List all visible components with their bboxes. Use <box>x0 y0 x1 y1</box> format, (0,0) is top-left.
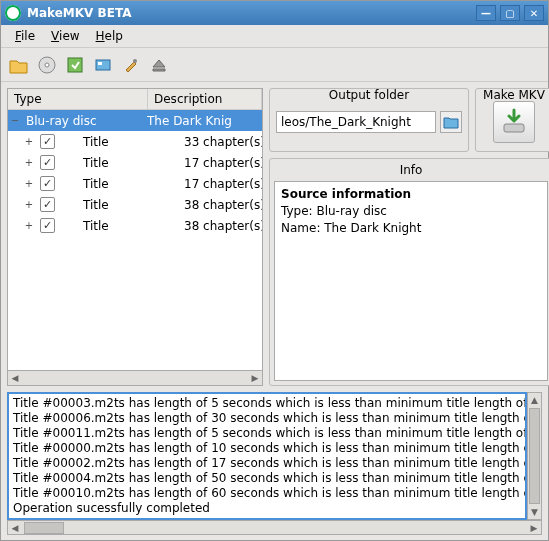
tree-hscroll[interactable]: ◀ ▶ <box>7 371 263 386</box>
svg-rect-2 <box>68 58 82 72</box>
scroll-down-icon[interactable]: ▼ <box>528 505 541 519</box>
tree-desc: 17 chapter(s) <box>184 177 262 191</box>
checkbox[interactable]: ✓ <box>40 197 55 212</box>
info-name-row: Name: The Dark Knight <box>281 220 541 237</box>
tree-label: Title <box>59 219 184 233</box>
left-panel: Type Description − Blu-ray disc The Dark… <box>7 88 263 386</box>
tree-row[interactable]: + ✓ Title 17 chapter(s) <box>8 173 262 194</box>
output-folder-input[interactable] <box>276 111 436 133</box>
settings-button[interactable] <box>119 53 143 77</box>
log-line: Title #00011.m2ts has length of 5 second… <box>13 426 521 441</box>
minimize-button[interactable]: — <box>476 5 496 21</box>
svg-point-5 <box>133 59 137 63</box>
log-line: Operation sucessfully completed <box>13 501 521 516</box>
folder-icon <box>443 115 459 129</box>
col-desc[interactable]: Description <box>148 89 262 109</box>
expand-icon[interactable]: + <box>22 220 36 231</box>
tree-row-root[interactable]: − Blu-ray disc The Dark Knig <box>8 110 262 131</box>
tree-row[interactable]: + ✓ Title 38 chapter(s) <box>8 215 262 236</box>
log-line: Title #00000.m2ts has length of 10 secon… <box>13 441 521 456</box>
info-legend: Info <box>274 163 548 181</box>
log-view[interactable]: Title #00003.m2ts has length of 5 second… <box>7 392 527 520</box>
tree-desc: 33 chapter(s) <box>184 135 262 149</box>
checkbox[interactable]: ✓ <box>40 155 55 170</box>
info-content: Source information Type: Blu-ray disc Na… <box>274 181 548 381</box>
tree-row[interactable]: + ✓ Title 17 chapter(s) <box>8 152 262 173</box>
window-title: MakeMKV BETA <box>27 6 472 20</box>
log-hscroll[interactable]: ◀ ▶ <box>7 520 542 535</box>
app-window: MakeMKV BETA — ▢ ✕ File View Help Type D… <box>0 0 549 541</box>
menubar: File View Help <box>1 25 548 48</box>
make-mkv-button[interactable] <box>493 101 535 143</box>
save-arrow-icon <box>500 108 528 136</box>
expand-icon[interactable]: + <box>22 199 36 210</box>
tree-desc: 38 chapter(s) <box>184 219 262 233</box>
tree-label: Title <box>59 198 184 212</box>
app-icon <box>5 5 21 21</box>
tree-desc: 38 chapter(s) <box>184 198 262 212</box>
right-panel: Output folder Make MKV <box>269 88 549 386</box>
expand-icon[interactable]: + <box>22 136 36 147</box>
svg-point-1 <box>45 63 49 67</box>
makemkv-legend: Make MKV <box>476 88 549 102</box>
svg-rect-4 <box>98 62 102 65</box>
output-legend: Output folder <box>270 88 468 102</box>
expand-icon[interactable]: + <box>22 157 36 168</box>
browse-folder-button[interactable] <box>440 111 462 133</box>
open-file-button[interactable] <box>7 53 31 77</box>
tree-desc: The Dark Knig <box>147 114 262 128</box>
log-vscroll[interactable]: ▲ ▼ <box>527 392 542 520</box>
checkbox[interactable]: ✓ <box>40 176 55 191</box>
expand-icon[interactable]: − <box>8 115 22 126</box>
toolbar <box>1 48 548 82</box>
tree-header: Type Description <box>8 89 262 110</box>
eject-button[interactable] <box>147 53 171 77</box>
svg-rect-6 <box>504 124 524 132</box>
main-area: Type Description − Blu-ray disc The Dark… <box>1 82 548 392</box>
scroll-thumb[interactable] <box>529 408 540 504</box>
log-line: Title #00003.m2ts has length of 5 second… <box>13 396 521 411</box>
output-folder-group: Output folder <box>269 88 469 152</box>
tree-label: Blu-ray disc <box>22 114 147 128</box>
tree-body: − Blu-ray disc The Dark Knig + ✓ Title 3… <box>8 110 262 370</box>
tree-row[interactable]: + ✓ Title 33 chapter(s) <box>8 131 262 152</box>
menu-view[interactable]: View <box>43 27 87 45</box>
scroll-thumb[interactable] <box>24 522 64 534</box>
scroll-right-icon[interactable]: ▶ <box>527 521 541 535</box>
scroll-up-icon[interactable]: ▲ <box>528 393 541 407</box>
maximize-button[interactable]: ▢ <box>500 5 520 21</box>
tree-label: Title <box>59 156 184 170</box>
log-line: Title #00004.m2ts has length of 50 secon… <box>13 471 521 486</box>
open-disc-button[interactable] <box>35 53 59 77</box>
title-tree[interactable]: Type Description − Blu-ray disc The Dark… <box>7 88 263 371</box>
col-type[interactable]: Type <box>8 89 148 109</box>
log-line: Title #00010.m2ts has length of 60 secon… <box>13 486 521 501</box>
source-info-title: Source information <box>281 186 541 203</box>
scroll-left-icon[interactable]: ◀ <box>8 521 22 535</box>
close-button[interactable]: ✕ <box>524 5 544 21</box>
log-line: Title #00006.m2ts has length of 30 secon… <box>13 411 521 426</box>
tree-desc: 17 chapter(s) <box>184 156 262 170</box>
tree-row[interactable]: + ✓ Title 38 chapter(s) <box>8 194 262 215</box>
checkbox[interactable]: ✓ <box>40 218 55 233</box>
checkbox[interactable]: ✓ <box>40 134 55 149</box>
scroll-right-icon[interactable]: ▶ <box>248 371 262 385</box>
menu-help[interactable]: Help <box>88 27 131 45</box>
log-panel: Title #00003.m2ts has length of 5 second… <box>1 392 548 540</box>
tree-label: Title <box>59 177 184 191</box>
save-button[interactable] <box>63 53 87 77</box>
titlebar[interactable]: MakeMKV BETA — ▢ ✕ <box>1 1 548 25</box>
backup-button[interactable] <box>91 53 115 77</box>
scroll-left-icon[interactable]: ◀ <box>8 371 22 385</box>
menu-file[interactable]: File <box>7 27 43 45</box>
info-type-row: Type: Blu-ray disc <box>281 203 541 220</box>
log-line: Title #00002.m2ts has length of 17 secon… <box>13 456 521 471</box>
tree-label: Title <box>59 135 184 149</box>
make-mkv-group: Make MKV <box>475 88 549 152</box>
info-group: Info Source information Type: Blu-ray di… <box>269 158 549 386</box>
expand-icon[interactable]: + <box>22 178 36 189</box>
